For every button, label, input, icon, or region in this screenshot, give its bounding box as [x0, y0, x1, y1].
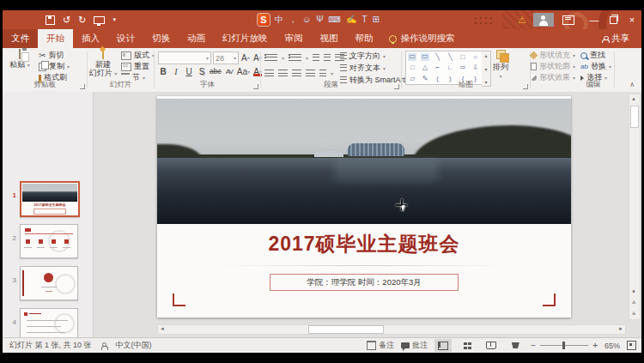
slide-cover-photo[interactable] [157, 99, 571, 224]
grow-font-button[interactable]: A˄ [240, 53, 251, 64]
shape-rectangle[interactable]: □ [461, 54, 465, 61]
redo-icon[interactable]: ↻ [78, 15, 86, 25]
copy-button[interactable]: 复制 ▾ [39, 62, 70, 71]
zoom-slider-thumb[interactable] [562, 342, 565, 349]
fit-to-window-icon[interactable] [627, 341, 636, 350]
user-avatar[interactable] [533, 13, 554, 27]
scroll-down-icon[interactable]: ▼ [629, 287, 638, 297]
undo-icon[interactable]: ↺ [63, 15, 70, 25]
strikethrough-button[interactable]: abc [210, 66, 222, 76]
ime-keyboard-icon[interactable]: ⌨ [329, 15, 341, 24]
align-left-icon[interactable] [264, 70, 274, 76]
shape-effects-button[interactable]: 形状效果 ▾ [531, 73, 575, 82]
tab-design[interactable]: 设计 [108, 29, 143, 48]
shape-oval[interactable]: ○ [473, 54, 477, 61]
font-name-combobox[interactable]: ▾ [158, 51, 211, 64]
shape-outline-button[interactable]: 形状轮廓 ▾ [531, 62, 575, 71]
shapes-scroll-down-icon[interactable]: ▾ [484, 66, 487, 72]
bullets-icon[interactable] [264, 54, 277, 61]
collapse-ribbon-icon[interactable]: ∧ [629, 81, 635, 88]
new-slide-button[interactable]: 新建 幻灯片 ▾ [88, 50, 118, 78]
previous-slide-icon[interactable]: ≙ [629, 299, 638, 308]
accessibility-icon[interactable] [100, 342, 107, 349]
align-text-button[interactable]: 对齐文本 ▾ [340, 63, 410, 73]
cut-button[interactable]: ✂剪切 [39, 51, 70, 60]
columns-icon[interactable] [319, 70, 326, 76]
notes-toggle[interactable]: 备注 [367, 340, 394, 351]
increase-indent-icon[interactable] [324, 54, 331, 61]
vertical-scroll-thumb[interactable] [630, 106, 639, 128]
justify-icon[interactable] [306, 70, 315, 76]
decrease-indent-icon[interactable] [313, 54, 319, 61]
italic-button[interactable]: I [171, 66, 181, 76]
ime-toolbox-icon[interactable]: ⊞ [373, 15, 380, 24]
minimize-button[interactable]: — [585, 10, 604, 29]
text-direction-button[interactable]: 文字方向 ▾ [340, 51, 410, 61]
slide-sorter-view-button[interactable] [459, 339, 476, 352]
reading-view-button[interactable] [483, 339, 500, 352]
align-center-icon[interactable] [278, 70, 288, 76]
tab-insert[interactable]: 插入 [73, 29, 108, 48]
drawing-dialog-launcher[interactable] [523, 84, 528, 89]
character-spacing-button[interactable]: AV [224, 66, 234, 76]
tab-transitions[interactable]: 切换 [143, 29, 179, 48]
zoom-slider[interactable] [540, 345, 588, 346]
tab-animations[interactable]: 动画 [179, 29, 214, 48]
reset-button[interactable]: 重置 [121, 62, 155, 71]
language-indicator[interactable]: 中文(中国) [116, 340, 152, 351]
tab-view[interactable]: 视图 [312, 29, 347, 48]
horizontal-scroll-thumb[interactable] [308, 325, 384, 334]
tab-file[interactable]: 文件 [3, 29, 38, 48]
vertical-scrollbar[interactable]: ▲ ▼ ≙ ≚ [629, 94, 641, 320]
shape-line-arrow[interactable]: ╲ [448, 54, 453, 61]
tab-help[interactable]: 帮助 [347, 29, 382, 48]
font-dialog-launcher[interactable] [253, 84, 258, 89]
shape-triangle[interactable]: △ [422, 64, 428, 71]
paragraph-dialog-launcher[interactable] [394, 84, 399, 89]
paste-button[interactable]: 粘贴 ▾ [5, 50, 34, 69]
slide-thumbnail-panel[interactable]: 1 2017硕毕业主题班会 2 [3, 92, 94, 337]
restore-button[interactable] [604, 10, 623, 29]
shape-fill-button[interactable]: 形状填充 ▾ [531, 51, 575, 60]
slide-title-text[interactable]: 2017硕毕业主题班会 [157, 231, 571, 257]
replace-button[interactable]: ab替换 ▾ [580, 62, 611, 71]
thumbnail-slide-3[interactable] [20, 266, 78, 300]
shapes-scroll-up-icon[interactable]: ▴ [484, 52, 487, 58]
tab-home[interactable]: 开始 [38, 29, 73, 48]
ime-emoji-icon[interactable]: ☺ [302, 15, 311, 24]
zoom-percentage[interactable]: 65% [605, 342, 620, 350]
thumbnail-slide-4[interactable] [20, 308, 78, 337]
ime-mic-icon[interactable]: Ψ [316, 15, 323, 24]
align-right-icon[interactable] [292, 70, 301, 76]
tab-slideshow[interactable]: 幻灯片放映 [214, 29, 276, 48]
ime-handwrite-icon[interactable]: ✍ [346, 15, 356, 24]
tab-review[interactable]: 审阅 [276, 29, 312, 48]
warning-icon[interactable]: ⚠ [518, 15, 526, 26]
shape-arrow-down[interactable]: ⇩ [472, 64, 478, 71]
slide-info-box[interactable]: 学院：理学院 时间：2020年3月 [270, 274, 459, 291]
find-button[interactable]: 查找 [580, 51, 611, 60]
comments-toggle[interactable]: 批注 [401, 340, 428, 351]
shape-rounded-rect[interactable]: □ [410, 64, 415, 71]
shape-recent-1[interactable]: ▭ [408, 53, 416, 61]
shape-arrow-right[interactable]: ⇨ [460, 64, 466, 71]
shape-elbow[interactable]: ⌐ [435, 64, 440, 71]
ime-logo-icon[interactable]: S [258, 14, 270, 26]
scroll-left-icon[interactable]: ◄ [158, 325, 167, 332]
normal-view-button[interactable] [434, 339, 452, 352]
numbering-icon[interactable] [289, 54, 301, 61]
share-button[interactable]: 共享 [590, 29, 641, 48]
customize-quick-access-icon[interactable]: ▾ [112, 16, 116, 23]
ribbon-display-options-icon[interactable] [562, 15, 574, 25]
ime-language-icon[interactable]: 中 [275, 15, 283, 24]
zoom-out-button[interactable]: − [531, 341, 536, 350]
zoom-in-button[interactable]: + [592, 341, 598, 350]
underline-button[interactable]: U [184, 66, 194, 76]
scroll-up-icon[interactable]: ▲ [629, 94, 638, 104]
start-slideshow-icon[interactable] [94, 16, 105, 24]
scroll-right-icon[interactable]: ► [617, 325, 625, 332]
tell-me-search[interactable]: 操作说明搜索 [382, 29, 462, 48]
layout-button[interactable]: 版式 ▾ [121, 51, 155, 60]
close-button[interactable]: × [623, 10, 641, 29]
shape-angle[interactable]: ∟ [447, 64, 453, 71]
